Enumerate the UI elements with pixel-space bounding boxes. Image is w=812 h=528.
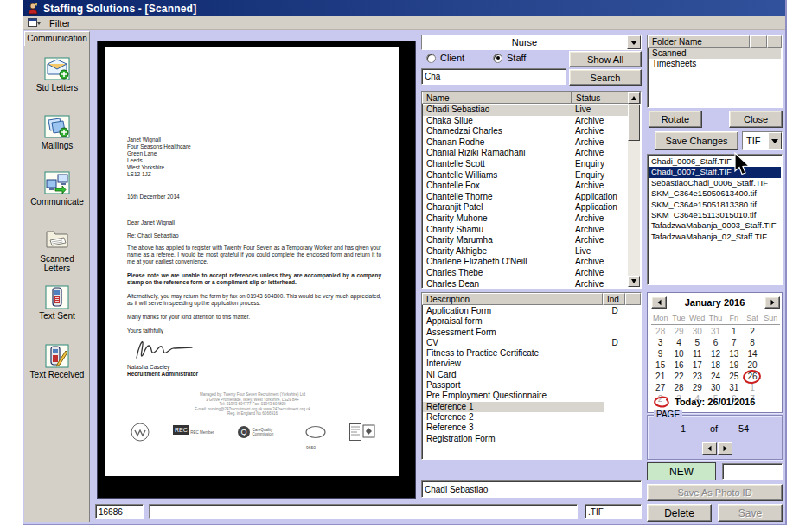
calendar-day[interactable]: 2: [743, 326, 761, 337]
table-row[interactable]: Charity Muhone Archive: [423, 213, 628, 225]
save-changes-button[interactable]: Save Changes: [655, 131, 738, 150]
calendar-day[interactable]: 26: [743, 371, 761, 382]
document-viewer[interactable]: Janet WignallFour Seasons HealthcareGree…: [97, 41, 416, 499]
table-row[interactable]: Reference 2: [423, 412, 640, 423]
calendar-day[interactable]: 13: [725, 348, 743, 359]
calendar-day[interactable]: 30: [707, 382, 725, 393]
calendar-next-icon[interactable]: [764, 296, 780, 309]
table-row[interactable]: Chamedzai Charles Archive: [423, 126, 628, 137]
sidebar-item-text-received[interactable]: Text Received: [24, 344, 90, 379]
list-item[interactable]: Scanned: [649, 48, 781, 59]
table-row[interactable]: Charlene Elizabeth O'Neill Archive: [423, 257, 628, 268]
extension-field[interactable]: [585, 504, 642, 519]
list-item[interactable]: SKM_C364e15050613400.tif: [649, 188, 781, 199]
radio-client-circle[interactable]: [426, 54, 436, 63]
table-row[interactable]: Chantelle Scott Enquiry: [423, 159, 628, 170]
calendar-day[interactable]: 23: [688, 371, 707, 382]
delete-button[interactable]: Delete: [647, 504, 712, 522]
menu-item-filter[interactable]: Filter: [46, 18, 74, 29]
description-list[interactable]: Description Ind Application Form D Appra…: [421, 292, 642, 460]
calendar-day[interactable]: 24: [707, 371, 725, 382]
title-bar[interactable]: Staffing Solutions - [Scanned]: [23, 0, 785, 16]
radio-client[interactable]: Client: [426, 53, 464, 63]
calendar-day[interactable]: 9: [651, 348, 669, 359]
calendar-today-row[interactable]: Today: 26/01/2016: [653, 396, 755, 408]
close-button[interactable]: Close: [729, 111, 783, 128]
calendar-day[interactable]: 31: [707, 326, 725, 337]
column-header-description[interactable]: Description: [422, 293, 603, 305]
calendar-day[interactable]: 12: [707, 348, 725, 359]
radio-staff[interactable]: Staff: [493, 53, 526, 63]
search-button[interactable]: Search: [569, 69, 642, 86]
table-row[interactable]: Charanjit Patel Application: [423, 202, 628, 213]
sidebar-item-text-sent[interactable]: Text Sent: [24, 285, 90, 321]
list-item[interactable]: Timesheets: [649, 59, 781, 69]
page-next-button[interactable]: [718, 440, 732, 455]
list-item[interactable]: Chadi_0007_Staff.TIF: [649, 167, 781, 177]
selected-name-field[interactable]: [421, 480, 642, 498]
table-row[interactable]: CV D: [423, 338, 640, 348]
column-header-ind[interactable]: Ind: [603, 293, 625, 305]
photo-id-field[interactable]: [722, 463, 783, 480]
list-item[interactable]: Chadi_0006_Staff.TIF: [649, 156, 781, 167]
chevron-down-icon[interactable]: [627, 35, 641, 49]
sidebar-item-scanned-letters[interactable]: Scanned Letters: [24, 226, 90, 273]
category-dropdown[interactable]: Nurse: [421, 35, 642, 50]
calendar-day[interactable]: 1: [725, 326, 743, 337]
calendar-day[interactable]: 15: [651, 359, 669, 371]
calendar-day[interactable]: 1: [743, 382, 761, 393]
table-row[interactable]: Chantelle Fox Archive: [423, 181, 628, 192]
save-as-photo-id-button[interactable]: Save As Photo ID: [647, 484, 783, 501]
show-all-button[interactable]: Show All: [569, 51, 642, 67]
calendar-day[interactable]: 30: [688, 326, 707, 337]
calendar-day[interactable]: 29: [669, 326, 687, 337]
form-window-icon[interactable]: [28, 18, 41, 29]
table-row[interactable]: Chantelle Thorne Application: [423, 192, 628, 203]
table-row[interactable]: Fitness to Practice Certificate: [423, 348, 640, 359]
table-row[interactable]: Chanial Riziki Ramadhani Archive: [423, 148, 628, 159]
table-row[interactable]: Assessment Form: [423, 328, 640, 338]
table-row[interactable]: Passport: [423, 380, 640, 391]
page-prev-button[interactable]: [702, 440, 717, 455]
calendar-day[interactable]: 5: [688, 337, 707, 348]
table-row[interactable]: Charity Shamu Archive: [423, 225, 628, 236]
name-list[interactable]: Name Status Chadi Sebastiao Live Chaka S…: [421, 91, 642, 289]
calendar-day[interactable]: 3: [651, 337, 669, 348]
calendar-day[interactable]: 22: [669, 371, 687, 382]
table-row[interactable]: Charity Marumha Archive: [423, 235, 628, 246]
scrollbar-thumb[interactable]: [628, 105, 640, 141]
table-row[interactable]: Chantelle Williams Enquiry: [423, 170, 628, 181]
folder-list[interactable]: Folder Name ScannedTimesheets: [647, 35, 783, 108]
table-row[interactable]: Pre Employment Questionnaire: [423, 391, 640, 401]
table-row[interactable]: Registration Form: [423, 434, 640, 444]
new-button[interactable]: NEW: [647, 462, 716, 480]
calendar-day[interactable]: 28: [669, 382, 687, 393]
table-row[interactable]: Reference 3: [423, 423, 640, 433]
calendar-day[interactable]: 11: [688, 348, 707, 359]
file-list[interactable]: Chadi_0006_Staff.TIFChadi_0007_Staff.TIF…: [647, 154, 783, 285]
calendar-day[interactable]: 31: [725, 382, 743, 393]
column-header-name[interactable]: Name: [422, 92, 572, 104]
rotate-button[interactable]: Rotate: [649, 111, 702, 128]
list-item[interactable]: SKM_C364e15051813380.tif: [649, 200, 781, 210]
search-input[interactable]: [421, 68, 566, 85]
list-item[interactable]: SKM_C364e15113015010.tif: [649, 210, 781, 220]
calendar-day[interactable]: 10: [669, 348, 687, 359]
table-row[interactable]: Application Form D: [423, 306, 640, 316]
format-dropdown[interactable]: TIF: [742, 131, 783, 150]
calendar-day[interactable]: 18: [707, 359, 725, 371]
radio-staff-circle[interactable]: [493, 54, 502, 63]
calendar-day[interactable]: 7: [725, 337, 743, 348]
list-item[interactable]: SebastiaoChadi_0006_Staff.TIF: [649, 178, 781, 188]
table-row[interactable]: Reference 1: [423, 402, 640, 412]
list-item[interactable]: TafadzwaMabanja_02_Staff.TIF: [649, 232, 781, 242]
table-row[interactable]: Chanan Rodhe Archive: [423, 137, 628, 149]
record-id-field[interactable]: [95, 504, 144, 519]
calendar-day[interactable]: 25: [725, 371, 743, 382]
calendar-day[interactable]: 4: [669, 337, 687, 348]
sidebar-item-std-letters[interactable]: Std Letters: [24, 57, 90, 92]
table-row[interactable]: Chadi Sebastiao Live: [423, 105, 628, 116]
calendar-day[interactable]: 16: [669, 359, 687, 371]
calendar-day[interactable]: 28: [651, 326, 669, 337]
save-button[interactable]: Save: [718, 504, 783, 522]
